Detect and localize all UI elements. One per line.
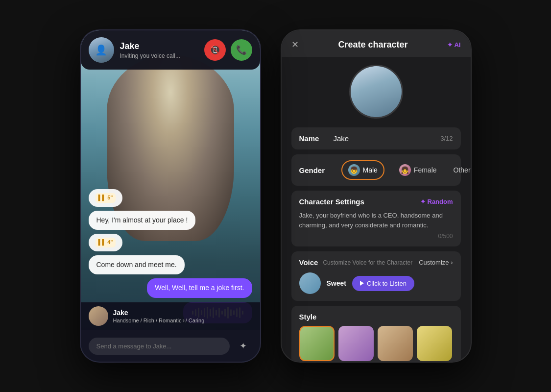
settings-counter: 0/500 (299, 233, 453, 240)
message-received-1: Hey, I'm almost at your place ! (89, 211, 196, 230)
customize-voice-button[interactable]: Customize › (419, 259, 453, 266)
panel-header: ✕ Create character ✦ AI (282, 30, 471, 57)
gender-male-option[interactable]: 👦 Male (341, 160, 384, 180)
male-label: Male (363, 166, 378, 174)
call-banner: 👤 Jake Inviting you voice call... 📵 📞 (81, 30, 260, 70)
style-option-4[interactable] (417, 326, 452, 361)
decline-call-button[interactable]: 📵 (204, 39, 226, 61)
voice-section-label: Voice (299, 258, 318, 267)
name-counter: 3/12 (440, 135, 453, 142)
call-name: Jake (120, 41, 198, 51)
character-avatar-area (291, 65, 461, 119)
female-label: Female (414, 166, 437, 174)
voice-duration-1: ▌▌ 5" (96, 193, 116, 202)
send-button[interactable]: ✦ (235, 337, 252, 355)
left-phone: 👤 Jake Inviting you voice call... 📵 📞 ▌▌… (80, 29, 261, 363)
style-section: Style (291, 306, 461, 362)
female-face-icon: 👧 (399, 164, 411, 176)
style-title: Style (299, 313, 317, 321)
chat-input-bar: ✦ (81, 330, 260, 362)
close-button[interactable]: ✕ (291, 39, 299, 50)
message-text-1: Hey, I'm almost at your place ! (96, 216, 188, 224)
jake-text: Jake Handsome / Rich / Romantic♀/ Caring (113, 309, 205, 323)
voice-message-1[interactable]: ▌▌ 5" (89, 189, 123, 206)
call-info: Jake Inviting you voice call... (120, 41, 198, 59)
right-panel: ✕ Create character ✦ AI Name Jake 3/12 (281, 29, 472, 363)
gender-label: Gender (299, 166, 334, 174)
ai-label: ✦ AI (447, 41, 460, 49)
send-icon: ✦ (240, 341, 247, 351)
call-buttons: 📵 📞 (204, 39, 252, 61)
voice-section: Voice Customize Voice for the Character … (291, 251, 461, 301)
character-avatar-image (351, 66, 402, 117)
style-option-2[interactable] (338, 326, 374, 361)
voice-player-row: Sweet Click to Listen (299, 272, 453, 294)
style-header: Style (299, 313, 453, 321)
message-received-2: Come down and meet me. (89, 255, 185, 275)
listen-button[interactable]: Click to Listen (352, 276, 414, 291)
style-grid (299, 326, 453, 361)
voice-character-thumbnail (299, 272, 321, 294)
play-icon (360, 281, 364, 286)
gender-female-option[interactable]: 👧 Female (392, 160, 444, 180)
name-field-row: Name Jake 3/12 (291, 127, 461, 149)
settings-description: Jake, your boyfriend who is a CEO, hands… (299, 211, 453, 230)
voice-header-row: Voice Customize Voice for the Character … (299, 258, 453, 267)
message-input[interactable] (89, 338, 230, 355)
voice-duration-2: ▌▌ 4" (96, 238, 116, 247)
random-button[interactable]: ✦ Random (420, 198, 453, 205)
male-face-icon: 👦 (348, 164, 360, 176)
jake-traits: Handsome / Rich / Romantic♀/ Caring (113, 318, 205, 323)
voice-hint: Customize Voice for the Character (323, 259, 414, 266)
ai-button[interactable]: ✦ AI (447, 41, 460, 49)
voice-message-2[interactable]: ▌▌ 4" (89, 234, 123, 251)
jake-name: Jake (113, 309, 205, 317)
phone-decline-icon: 📵 (210, 45, 220, 55)
random-label: ✦ Random (420, 198, 453, 205)
panel-title: Create character (338, 40, 407, 50)
jake-info-bar: Jake Handsome / Rich / Romantic♀/ Caring (81, 302, 260, 330)
listen-label: Click to Listen (367, 280, 407, 287)
settings-title: Character Settings (299, 197, 364, 206)
style-option-3[interactable] (378, 326, 413, 361)
character-avatar[interactable] (349, 65, 403, 119)
message-text-2: Come down and meet me. (96, 261, 177, 269)
phone-accept-icon: 📞 (236, 45, 247, 55)
character-settings-section: Character Settings ✦ Random Jake, your b… (291, 191, 461, 246)
call-avatar: 👤 (89, 37, 114, 63)
gender-field-row: Gender 👦 Male 👧 Female Other (291, 154, 461, 186)
message-sent-1: Well, Well, tell me a joke first. (147, 278, 252, 298)
other-label[interactable]: Other (454, 166, 471, 174)
name-value: Jake (334, 134, 441, 143)
jake-avatar-small (89, 306, 108, 326)
close-icon: ✕ (291, 40, 299, 49)
message-text-3: Well, Well, tell me a joke first. (155, 284, 244, 292)
call-status: Inviting you voice call... (120, 52, 198, 59)
scene: 👤 Jake Inviting you voice call... 📵 📞 ▌▌… (80, 29, 472, 363)
panel-body: Name Jake 3/12 Gender 👦 Male 👧 Female Ot… (282, 57, 471, 362)
accept-call-button[interactable]: 📞 (231, 39, 252, 61)
voice-name: Sweet (327, 279, 346, 287)
name-label: Name (299, 134, 334, 143)
settings-header: Character Settings ✦ Random (299, 197, 453, 206)
call-avatar-image: 👤 (89, 37, 114, 63)
style-option-1[interactable] (299, 326, 335, 361)
customize-label: Customize › (419, 259, 453, 266)
